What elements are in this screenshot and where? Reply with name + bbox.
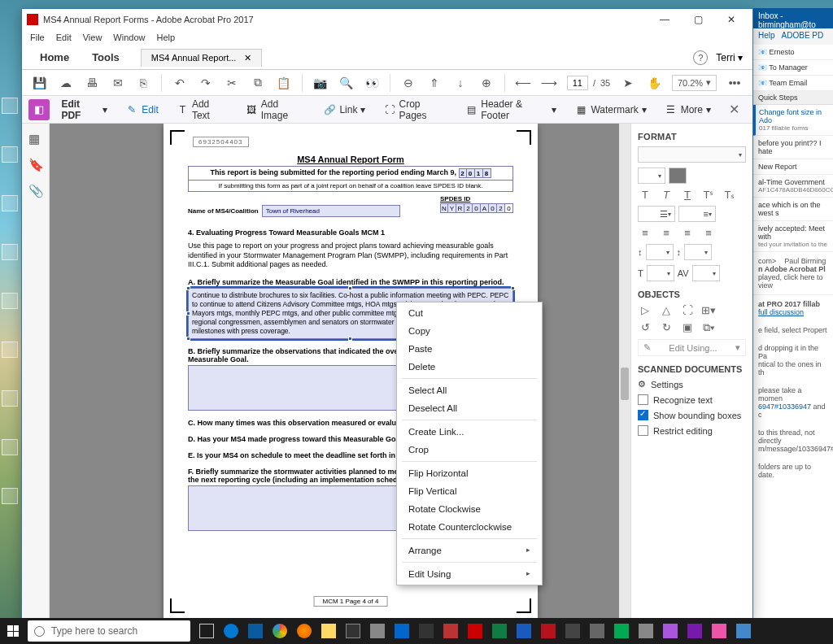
font-size-dropdown[interactable] — [638, 168, 665, 184]
underline-icon[interactable]: T — [680, 189, 695, 201]
desktop-icon[interactable] — [2, 293, 18, 309]
watermark-button[interactable]: ▦Watermark ▾ — [568, 100, 652, 120]
restrict-editing-checkbox[interactable] — [638, 425, 648, 436]
edit-button[interactable]: ✎Edit — [119, 100, 165, 120]
zoom-level[interactable]: 70.2%▾ — [672, 75, 717, 91]
recognize-checkbox[interactable] — [638, 394, 648, 405]
selection-handle[interactable] — [511, 286, 515, 290]
overflow-icon[interactable]: ••• — [726, 76, 743, 90]
align-right-icon[interactable]: ≡ — [680, 227, 695, 239]
user-menu[interactable]: Terri ▾ — [716, 52, 746, 63]
flip-v-icon[interactable]: △ — [659, 304, 674, 316]
ctx-create-link[interactable]: Create Link... — [397, 423, 542, 441]
header-footer-button[interactable]: ▤Header & Footer ▾ — [459, 95, 563, 124]
email-item[interactable]: Change font size in Ado 017 fillable for… — [753, 105, 833, 136]
bullet-list-dropdown[interactable]: ☰ — [638, 206, 675, 222]
tab-tools[interactable]: Tools — [81, 46, 131, 68]
selection-handle[interactable] — [186, 311, 190, 315]
crop-button[interactable]: ⛶Crop Pages — [377, 95, 454, 124]
titlebar[interactable]: MS4 Annual Report Forms - Adobe Acrobat … — [22, 9, 752, 29]
share-icon[interactable]: ⎘ — [136, 76, 152, 90]
hand-icon[interactable]: ✋ — [646, 76, 662, 90]
mail-icon[interactable] — [366, 620, 389, 642]
crop-object-icon[interactable]: ⛶ — [680, 304, 695, 316]
email-snippet[interactable]: before you print?? I hate — [753, 136, 833, 159]
binoculars-icon[interactable]: 👀 — [364, 76, 381, 90]
replace-icon[interactable]: ⧉▾ — [701, 321, 716, 334]
page-input[interactable] — [567, 76, 588, 90]
zoom-out-icon[interactable]: ⊖ — [400, 76, 416, 90]
store-icon[interactable] — [342, 620, 364, 642]
search-icon[interactable]: 🔍 — [338, 76, 355, 90]
document-area[interactable]: 6932504403 MS4 Annual Report Form This r… — [50, 124, 630, 619]
selection-handle[interactable] — [348, 286, 352, 290]
font-family-dropdown[interactable] — [638, 146, 746, 163]
desktop-icon[interactable] — [2, 439, 18, 455]
superscript-icon[interactable]: Tˢ — [701, 189, 716, 201]
desktop-icon[interactable] — [2, 488, 18, 504]
explorer-icon[interactable] — [317, 620, 340, 642]
app-icon[interactable] — [732, 620, 755, 642]
vertical-scrollbar[interactable] — [619, 124, 630, 619]
app-icon[interactable] — [635, 620, 657, 642]
ctx-rot-cw[interactable]: Rotate Clockwise — [397, 500, 542, 518]
pages-panel-icon[interactable]: ▦ — [28, 132, 43, 146]
quickstep-item[interactable]: 📧 To Manager — [753, 60, 833, 76]
align-object-icon[interactable]: ⊞▾ — [701, 304, 716, 316]
full-discussion-link[interactable]: full discussion — [758, 308, 804, 316]
outlook-icon[interactable] — [244, 620, 267, 642]
tab-close-icon[interactable]: ✕ — [244, 53, 251, 63]
app-icon[interactable] — [586, 620, 608, 642]
rotate-cw-icon[interactable]: ↻ — [659, 321, 674, 334]
save-icon[interactable]: 💾 — [32, 76, 48, 90]
color-swatch[interactable] — [669, 168, 687, 184]
outlook-help[interactable]: Help — [758, 31, 775, 42]
line-spacing-dropdown[interactable] — [646, 244, 674, 260]
minimize-button[interactable]: ― — [648, 11, 681, 28]
autocad-icon[interactable] — [537, 620, 560, 642]
settings-button[interactable]: ⚙ Settings — [638, 379, 746, 389]
start-button[interactable] — [0, 618, 26, 644]
app-icon[interactable] — [390, 620, 413, 642]
paste-icon[interactable]: 📋 — [276, 76, 292, 90]
close-button[interactable]: ✕ — [715, 11, 748, 28]
attachment-icon[interactable]: 📎 — [28, 184, 43, 198]
camera-icon[interactable]: 📷 — [312, 76, 329, 90]
prev-page-icon[interactable]: ↓ — [452, 76, 469, 90]
nav-fwd-icon[interactable]: ⟶ — [541, 76, 557, 90]
kerning-dropdown[interactable] — [692, 265, 720, 281]
arrange-icon[interactable]: ▣ — [680, 321, 695, 334]
ctx-edit-using[interactable]: Edit Using — [397, 565, 542, 583]
taskbar-search[interactable]: Type here to search — [28, 620, 190, 642]
spdes-block[interactable]: SPDES ID N Y R 2 0 A 0 2 0 — [440, 195, 513, 213]
align-justify-icon[interactable]: ≡ — [701, 227, 716, 239]
ctx-rot-ccw[interactable]: Rotate Counterclockwise — [397, 518, 542, 536]
help-icon[interactable]: ? — [693, 50, 708, 65]
undo-icon[interactable]: ↶ — [172, 76, 188, 90]
email-snippet[interactable]: al-Time Government AF1C478A8DB46D860CCC — [753, 175, 833, 198]
ctx-select-all[interactable]: Select All — [397, 381, 542, 399]
subscript-icon[interactable]: Tₛ — [722, 189, 737, 201]
ctx-delete[interactable]: Delete — [397, 358, 542, 376]
edit-using-dropdown[interactable]: ✎Edit Using...▾ — [638, 339, 746, 356]
app-icon[interactable] — [439, 620, 462, 642]
ctx-paste[interactable]: Paste — [397, 340, 542, 358]
desktop-icon[interactable] — [2, 146, 18, 163]
selection-handle[interactable] — [348, 337, 352, 341]
selection-handle[interactable] — [186, 286, 190, 290]
para-spacing-dropdown[interactable] — [684, 244, 712, 260]
calculator-icon[interactable] — [561, 620, 584, 642]
cut-icon[interactable]: ✂ — [224, 76, 240, 90]
quickstep-item[interactable]: 📧 Ernesto — [753, 45, 833, 60]
bounding-boxes-checkbox[interactable] — [638, 410, 648, 420]
tab-home[interactable]: Home — [28, 46, 81, 68]
task-view-icon[interactable] — [195, 620, 218, 642]
quickstep-item[interactable]: 📧 Team Email — [753, 76, 833, 91]
outlook-titlebar[interactable]: Inbox - birmingham@to — [753, 8, 833, 28]
edge-icon[interactable] — [220, 620, 242, 642]
outlook-adobe-tab[interactable]: ADOBE PD — [782, 31, 824, 42]
ctx-deselect-all[interactable]: Deselect All — [397, 399, 542, 417]
menu-view[interactable]: View — [83, 33, 102, 42]
more-button[interactable]: ☰More ▾ — [658, 100, 717, 120]
print-icon[interactable]: 🖶 — [84, 76, 100, 90]
